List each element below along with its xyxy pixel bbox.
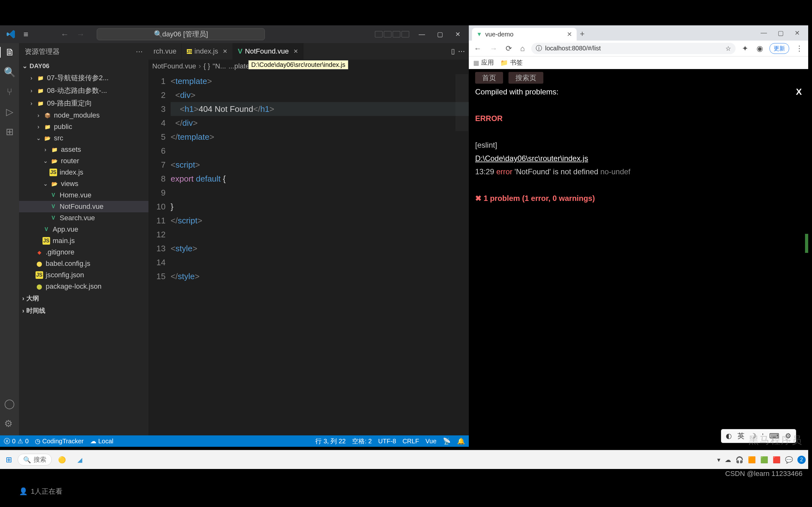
minimize-icon[interactable]: —: [413, 28, 431, 41]
status-eol[interactable]: CRLF: [403, 438, 419, 445]
ime-logo-icon[interactable]: ◐: [724, 431, 734, 441]
tray-icon[interactable]: ▾: [717, 456, 720, 464]
layout-left-icon[interactable]: [375, 31, 383, 38]
explorer-more-icon[interactable]: ⋯: [136, 48, 143, 56]
split-editor-icon[interactable]: ▯: [451, 47, 455, 55]
taskbar-search[interactable]: 🔍搜索: [18, 454, 52, 465]
extensions-icon[interactable]: ⊞: [6, 126, 14, 137]
taskbar-chrome[interactable]: 🟡: [54, 453, 69, 466]
browser-tab[interactable]: ▼ vue-demo ✕: [472, 28, 577, 41]
close-tab-icon[interactable]: ✕: [293, 48, 298, 55]
back-icon[interactable]: ←: [472, 43, 484, 54]
tray-icon[interactable]: 🟩: [760, 456, 768, 464]
tray-icon[interactable]: 🎧: [735, 456, 744, 464]
outline-section[interactable]: ›大纲: [19, 292, 148, 304]
source-control-icon[interactable]: ⑂: [7, 87, 12, 97]
window-controls: — ▢ ✕: [375, 28, 466, 41]
tree-file[interactable]: VApp.vue: [19, 224, 148, 235]
tray-icon[interactable]: 🟥: [773, 456, 780, 464]
menu-icon[interactable]: ⋮: [794, 43, 805, 54]
search-activity-icon[interactable]: 🔍: [4, 66, 15, 78]
status-language[interactable]: Vue: [425, 438, 437, 445]
status-encoding[interactable]: UTF-8: [378, 438, 396, 445]
tree-folder[interactable]: ›📁08-动态路由参数-...: [19, 84, 148, 97]
star-icon[interactable]: ☆: [725, 45, 731, 52]
back-icon[interactable]: ←: [58, 28, 71, 41]
reload-icon[interactable]: ⟳: [504, 43, 514, 54]
tree-folder-src[interactable]: ⌄📂src: [19, 132, 148, 144]
status-tracker[interactable]: ◷ CodingTracker: [35, 437, 84, 445]
explorer-icon[interactable]: 🗎: [0, 47, 19, 58]
tab-search-vue[interactable]: rch.vue: [148, 43, 182, 60]
home-icon[interactable]: ⌂: [518, 43, 527, 54]
status-bell-icon[interactable]: 🔔: [457, 437, 465, 445]
tree-folder[interactable]: ›📁public: [19, 121, 148, 132]
layout-bottom-icon[interactable]: [384, 31, 392, 38]
close-icon[interactable]: ✕: [790, 28, 804, 38]
editor-more-icon[interactable]: ⋯: [458, 47, 465, 55]
new-tab-icon[interactable]: +: [580, 29, 585, 39]
site-info-icon[interactable]: ⓘ: [536, 44, 542, 53]
tree-folder[interactable]: ›📁assets: [19, 144, 148, 155]
profile-icon[interactable]: ◉: [755, 43, 765, 54]
tree-file-indexjs[interactable]: JSindex.js: [19, 167, 148, 178]
code-content[interactable]: <template> <div> <h1>404 Not Found</h1> …: [171, 73, 469, 435]
tree-file[interactable]: VSearch.vue: [19, 212, 148, 224]
error-file-link[interactable]: D:\Code\day06\src\router\index.js: [475, 154, 588, 163]
close-tab-icon[interactable]: ✕: [567, 31, 572, 38]
address-bar[interactable]: ⓘ localhost:8080/#/list ☆: [531, 43, 736, 54]
status-local[interactable]: ☁ Local: [90, 437, 113, 445]
settings-gear-icon[interactable]: ⚙: [4, 418, 15, 429]
tray-notification-icon[interactable]: 2: [798, 456, 806, 464]
nav-home[interactable]: 首页: [475, 72, 503, 83]
tree-file[interactable]: ◆.gitignore: [19, 246, 148, 258]
maximize-icon[interactable]: ▢: [773, 28, 788, 38]
minimap[interactable]: [455, 74, 468, 131]
layout-custom-icon[interactable]: [402, 31, 409, 38]
start-button[interactable]: ⊞: [3, 453, 15, 466]
bookmark-folder[interactable]: 📁书签: [500, 58, 523, 67]
ime-lang[interactable]: 英: [735, 431, 746, 441]
code-editor[interactable]: 123456789101112131415 <template> <div> <…: [148, 73, 469, 435]
apps-button[interactable]: ▦应用: [473, 58, 494, 67]
extensions-icon[interactable]: ✦: [740, 43, 750, 54]
tree-folder[interactable]: ›📁07-导航链接传参2...: [19, 72, 148, 84]
browser-window: ▼ vue-demo ✕ + — ▢ ✕ ← → ⟳ ⌂ ⓘ localhost…: [469, 25, 808, 447]
status-feedback-icon[interactable]: 📡: [443, 437, 451, 445]
menu-icon[interactable]: ≡: [19, 27, 33, 42]
project-root[interactable]: ⌄DAY06: [19, 60, 148, 72]
timeline-section[interactable]: ›时间线: [19, 304, 148, 317]
status-cursor[interactable]: 行 3, 列 22: [315, 437, 346, 446]
tree-folder-views[interactable]: ⌄📂views: [19, 178, 148, 189]
tree-folder-router[interactable]: ⌄📂router: [19, 155, 148, 167]
command-center[interactable]: 🔍 day06 [管理员]: [97, 28, 265, 40]
tray-icon[interactable]: 💬: [785, 456, 793, 464]
close-overlay-icon[interactable]: X: [796, 87, 802, 97]
tree-folder[interactable]: ›📦node_modules: [19, 110, 148, 121]
tree-file-notfound[interactable]: VNotFound.vue: [19, 201, 148, 212]
tree-file[interactable]: VHome.vue: [19, 189, 148, 201]
layout-right-icon[interactable]: [393, 31, 400, 38]
maximize-icon[interactable]: ▢: [432, 28, 449, 41]
tree-file[interactable]: JSmain.js: [19, 235, 148, 246]
tray-icon[interactable]: 🟧: [748, 456, 756, 464]
breadcrumb[interactable]: NotFound.vue› { } "N... ...plate› ⬘div› …: [148, 60, 469, 73]
tree-folder[interactable]: ›📁09-路由重定向: [19, 97, 148, 110]
tree-file[interactable]: JSjsconfig.json: [19, 269, 148, 281]
tray-icon[interactable]: ☁: [725, 456, 731, 464]
status-spaces[interactable]: 空格: 2: [352, 437, 372, 446]
tree-file[interactable]: ⬤babel.config.js: [19, 258, 148, 269]
taskbar-vscode[interactable]: ◢: [72, 453, 87, 466]
minimize-icon[interactable]: —: [756, 28, 771, 38]
close-icon[interactable]: ✕: [450, 28, 466, 41]
tab-index-js[interactable]: JSindex.js✕: [182, 43, 233, 60]
tree-file[interactable]: ⬤package-lock.json: [19, 281, 148, 292]
error-label: ERROR: [475, 114, 503, 123]
close-tab-icon[interactable]: ✕: [223, 48, 227, 55]
update-button[interactable]: 更新: [769, 43, 789, 54]
debug-icon[interactable]: ▷: [6, 106, 13, 117]
nav-search[interactable]: 搜索页: [508, 72, 543, 83]
status-errors[interactable]: ⓧ 0 ⚠ 0: [4, 437, 29, 446]
tab-notfound-vue[interactable]: VNotFound.vue✕: [233, 43, 304, 60]
account-icon[interactable]: ◯: [4, 398, 15, 409]
